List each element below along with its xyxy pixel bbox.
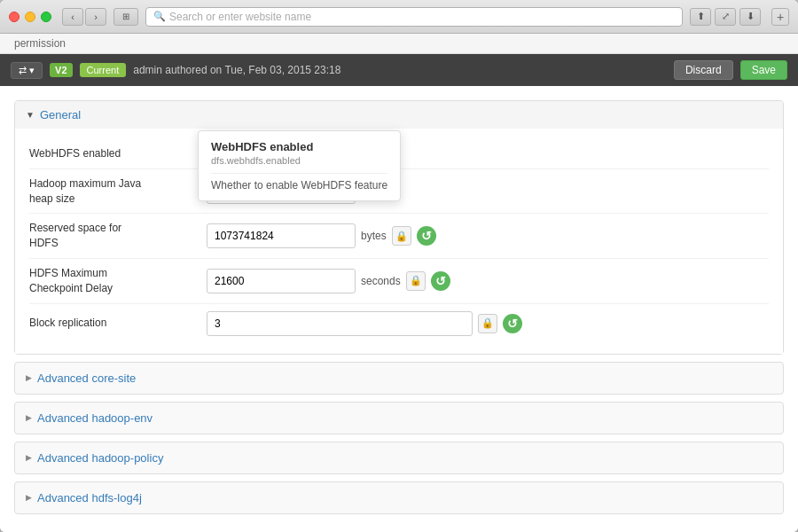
advanced-hdfs-log4j-title: Advanced hdfs-log4j — [37, 491, 142, 505]
advanced-hdfs-log4j-chevron-icon: ▶ — [26, 493, 32, 502]
advanced-hadoop-env-section: ▶ Advanced hadoop-env — [14, 402, 784, 434]
checkpoint-delay-label: HDFS MaximumCheckpoint Delay — [29, 266, 207, 296]
reserved-space-row: Reserved space forHDFS bytes 🔒 ↺ — [29, 214, 769, 259]
tooltip-title: WebHDFS enabled — [211, 140, 387, 153]
forward-button[interactable]: › — [85, 8, 106, 26]
close-button[interactable] — [9, 12, 20, 22]
save-button[interactable]: Save — [740, 60, 787, 80]
search-icon: 🔍 — [153, 11, 166, 22]
shuffle-button[interactable]: ⇄ ▾ — [11, 62, 43, 79]
current-badge: Current — [80, 63, 127, 77]
advanced-hadoop-env-header[interactable]: ▶ Advanced hadoop-env — [15, 403, 783, 434]
checkpoint-delay-unit: seconds — [361, 275, 401, 287]
checkpoint-delay-control: seconds 🔒 ↺ — [207, 269, 769, 293]
general-chevron-icon: ▼ — [26, 110, 35, 120]
browser-content: permission ⇄ ▾ V2 Current admin authored… — [0, 34, 798, 532]
advanced-core-site-title: Advanced core-site — [37, 372, 136, 385]
advanced-core-site-header[interactable]: ▶ Advanced core-site — [15, 363, 783, 394]
advanced-hdfs-log4j-section: ▶ Advanced hdfs-log4j — [14, 481, 784, 514]
main-content: ▼ General WebHDFS enabled WebHDFS enable… — [0, 86, 798, 532]
advanced-core-site-chevron-icon: ▶ — [26, 373, 32, 382]
advanced-hadoop-policy-title: Advanced hadoop-policy — [37, 451, 163, 465]
advanced-hdfs-log4j-header[interactable]: ▶ Advanced hdfs-log4j — [15, 482, 783, 513]
advanced-hadoop-env-chevron-icon: ▶ — [26, 413, 32, 422]
advanced-core-site-section: ▶ Advanced core-site — [14, 362, 784, 395]
maximize-button[interactable] — [41, 12, 51, 22]
block-replication-input[interactable] — [207, 311, 473, 336]
block-replication-row: Block replication 🔒 ↺ — [29, 304, 769, 343]
reserved-space-reset-button[interactable]: ↺ — [417, 226, 436, 246]
reserved-space-lock-button[interactable]: 🔒 — [392, 226, 411, 246]
checkpoint-delay-row: HDFS MaximumCheckpoint Delay seconds 🔒 ↺ — [29, 259, 769, 304]
checkpoint-delay-input[interactable] — [207, 269, 356, 293]
tab-layout-button[interactable]: ⊞ — [113, 8, 138, 26]
checkpoint-delay-reset-button[interactable]: ↺ — [431, 271, 450, 291]
traffic-lights — [9, 12, 51, 22]
minimize-button[interactable] — [25, 12, 35, 22]
reserved-space-unit: bytes — [361, 230, 387, 242]
checkpoint-delay-lock-button[interactable]: 🔒 — [406, 271, 426, 291]
advanced-hadoop-env-title: Advanced hadoop-env — [37, 411, 153, 425]
browser-titlebar: ‹ › ⊞ 🔍 Search or enter website name ⬆ ⤢… — [0, 0, 798, 34]
new-tab-button[interactable]: + — [771, 8, 789, 26]
version-bar: ⇄ ▾ V2 Current admin authored on Tue, Fe… — [0, 54, 798, 86]
advanced-hadoop-policy-header[interactable]: ▶ Advanced hadoop-policy — [15, 442, 783, 473]
download-button[interactable]: ⬇ — [739, 8, 761, 26]
block-replication-label: Block replication — [29, 316, 207, 331]
block-replication-lock-button[interactable]: 🔒 — [478, 314, 497, 333]
browser-actions: ⬆ ⤢ ⬇ — [690, 8, 761, 26]
hadoop-heap-label: Hadoop maximum Javaheap size — [29, 176, 207, 207]
webhdfs-enabled-label: WebHDFS enabled — [29, 146, 207, 161]
general-section-title: General — [40, 108, 81, 121]
back-button[interactable]: ‹ — [62, 8, 83, 26]
reserved-space-label: Reserved space forHDFS — [29, 221, 207, 251]
address-placeholder: Search or enter website name — [169, 11, 311, 23]
version-info: admin authored on Tue, Feb 03, 2015 23:1… — [133, 64, 667, 76]
reserved-space-input[interactable] — [207, 223, 356, 248]
advanced-hadoop-policy-section: ▶ Advanced hadoop-policy — [14, 442, 784, 474]
general-section-header[interactable]: ▼ General — [15, 101, 783, 129]
tooltip-key: dfs.webhdfs.enabled — [211, 155, 387, 166]
tooltip-description: Whether to enable WebHDFS feature — [211, 179, 387, 192]
breadcrumb: permission — [0, 34, 798, 54]
share-button[interactable]: ⬆ — [690, 8, 711, 26]
block-replication-reset-button[interactable]: ↺ — [503, 314, 522, 333]
reserved-space-control: bytes 🔒 ↺ — [207, 223, 769, 248]
version-badge: V2 — [50, 63, 72, 77]
fullscreen-button[interactable]: ⤢ — [715, 8, 736, 26]
block-replication-control: 🔒 ↺ — [207, 311, 769, 336]
tooltip-popup: WebHDFS enabled dfs.webhdfs.enabled Whet… — [198, 130, 401, 201]
discard-button[interactable]: Discard — [674, 60, 733, 80]
nav-buttons: ‹ › — [62, 8, 106, 26]
general-section-body: WebHDFS enabled WebHDFS enabled dfs.webh… — [15, 129, 783, 354]
tooltip-divider — [211, 173, 387, 174]
general-section: ▼ General WebHDFS enabled WebHDFS enable… — [14, 100, 784, 355]
browser-window: ‹ › ⊞ 🔍 Search or enter website name ⬆ ⤢… — [0, 0, 798, 532]
advanced-hadoop-policy-chevron-icon: ▶ — [26, 453, 32, 462]
webhdfs-enabled-row: WebHDFS enabled WebHDFS enabled dfs.webh… — [29, 139, 769, 169]
address-bar[interactable]: 🔍 Search or enter website name — [145, 7, 683, 27]
